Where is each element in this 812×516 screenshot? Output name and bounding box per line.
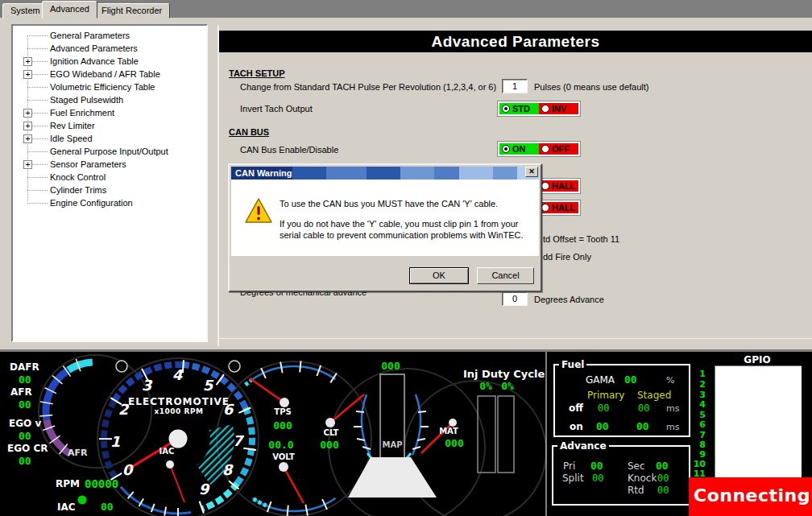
tree-item-ego-wideband-afr-table[interactable]: +EGO Wideband / AFR Table [13,68,206,80]
tab-bar: System Advanced Flight Recorder [0,0,812,18]
iac-label: IAC [57,502,76,513]
wintec-window: System Advanced Flight Recorder General … [0,0,812,516]
tps-needle [250,378,284,402]
dialog-message-line1: To use the CAN bus you MUST have the CAN… [280,198,529,209]
tach-numeral: 6 [223,401,234,418]
gpio-title: GPIO [729,354,785,365]
iac-value: 00 [101,501,114,513]
panel-bottom-line [219,338,812,339]
can-enable-label: CAN Bus Enable/Disable [240,145,338,155]
tab-advanced[interactable]: Advanced [42,1,97,19]
fuel-off-staged: 00 [638,402,649,414]
mat-value: 000 [438,437,470,449]
can-bus-heading: CAN BUS [229,127,269,137]
fuel-off-unit: ms [666,403,679,414]
gpio-channel: 1 [690,369,706,379]
clt-hub [325,418,335,427]
split-label: Split [562,473,584,484]
invert-tach-label: Invert Tach Output [240,104,313,114]
advance-panel-title: Advance [557,440,609,452]
toggle-option-off[interactable]: OFF [539,143,578,155]
tach-numeral: 1 [110,433,121,450]
can-warning-dialog: CAN Warning ✕ To use the CAN bus you MUS… [228,163,542,292]
tree-item-rev-limiter[interactable]: +Rev Limiter [13,119,206,132]
fuel-panel-title: Fuel [559,359,586,370]
dialog-message-line2: If you do not have the 'Y' cable, you mu… [280,218,528,241]
radio-icon [541,105,549,113]
can-enable-toggle[interactable]: ON OFF [497,141,581,157]
status-text: Connecting... [694,485,812,506]
tab-flight-recorder[interactable]: Flight Recorder [93,3,170,19]
invert-tach-toggle[interactable]: STD INV [497,101,581,117]
inj-duty-label: Inj Duty Cycle [463,368,545,380]
tps-value: 000 [267,419,299,431]
gama-unit: % [666,375,674,386]
knock-label: Knock [628,473,657,484]
panel-divider [218,26,219,346]
dialog-title-bar[interactable]: CAN Warning [231,167,539,180]
fuel-on-staged: 00 [636,420,649,432]
iac-hub [166,460,174,469]
tree-item-general-purpose-io[interactable]: General Purpose Input/Output [13,145,206,158]
fuel-on-label: on [570,421,583,432]
ego-v-value: 00 [19,430,31,442]
gpio-channel: 2 [690,379,706,390]
ego-v-label: EGO v [9,418,41,429]
tree-item-cylinder-trims[interactable]: Cylinder Trims [13,184,206,196]
tach-numeral: 7 [233,432,243,449]
tree-item-knock-control[interactable]: Knock Control [13,171,206,184]
mech-advance-input[interactable]: 0 [502,291,528,306]
tach-numeral: 4 [172,366,183,383]
tach-numeral: 2 [118,401,129,418]
inj-duty-value-2: 0% [496,380,519,392]
radio-icon [541,182,549,190]
expand-plus-icon[interactable]: + [23,134,32,143]
rpm-label: RPM [56,478,80,489]
rtd-label: Rtd [628,485,644,496]
expand-plus-icon[interactable]: + [23,109,32,118]
map-gauge [348,374,457,497]
fuel-on-primary: 00 [596,420,609,432]
tach-numeral: 8 [222,461,233,478]
tree-item-sensor-parameters[interactable]: +Sensor Parameters [13,158,206,171]
dafr-label: DAFR [10,361,39,373]
close-icon[interactable]: ✕ [525,167,538,177]
dialog-title: CAN Warning [235,168,292,178]
volt-hub [279,462,288,472]
std-offset-text: td Offset = Tooth 11 [543,234,619,244]
tach-pulse-input[interactable]: 1 [502,79,528,93]
tree-item-fuel-enrichment[interactable]: +Fuel Enrichment [13,106,206,119]
tree-item-staged-pulsewidth: Staged Pulsewidth [13,93,206,106]
gama-value: 00 [624,374,637,386]
toggle-option-hall-1[interactable]: HALL [539,180,578,192]
odd-fire-text: dd Fire Only [543,252,591,262]
tree-item-engine-configuration[interactable]: Engine Configuration [13,196,206,209]
tree-item-volumetric-efficiency-table[interactable]: Volumetric Efficiency Table [13,80,206,93]
expand-plus-icon[interactable]: + [23,57,32,66]
toggle-option-std[interactable]: STD [499,103,539,114]
expand-plus-icon[interactable]: + [23,160,32,169]
gpio-display [715,365,802,479]
expand-plus-icon[interactable]: + [23,122,32,130]
tach-setup-heading: TACH SETUP [229,68,284,78]
ok-button[interactable]: OK [409,267,469,284]
cancel-button[interactable]: Cancel [477,267,534,284]
tach-brand: ELECTROMOTIVE [118,396,239,407]
mat-label: MAT [433,427,465,436]
volt-value: 00.0 [265,439,297,451]
tree-item-idle-speed[interactable]: +Idle Speed [13,132,206,145]
fuel-panel: Fuel GAMA 00 % Primary Staged off 00 00 … [553,364,690,437]
toggle-option-on[interactable]: ON [499,143,539,155]
tree-item-ignition-advance-table[interactable]: +Ignition Advance Table [13,55,206,68]
tree-item-general-parameters[interactable]: General Parameters [13,29,206,42]
tach-unit: x1000 RPM [118,407,239,415]
fuel-primary-label: Primary [587,390,624,401]
fuel-off-label: off [569,402,583,414]
afr-arc-gauge [39,359,93,454]
toggle-option-inv[interactable]: INV [539,103,578,114]
map-label: MAP [376,440,408,449]
expand-plus-icon[interactable]: + [23,70,32,79]
toggle-option-hall-2[interactable]: HALL [539,202,578,213]
advance-panel: Advance Pri 00 Sec 00 Split 00 Knock 00 … [552,445,690,506]
tree-item-advanced-parameters[interactable]: Advanced Parameters [13,42,206,55]
